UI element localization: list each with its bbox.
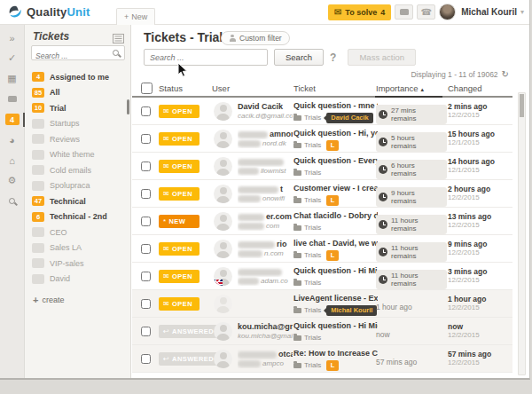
ticket-subject[interactable]: Re: How to Increase Chat	[293, 349, 378, 359]
sidebar-item[interactable]: Reviews	[25, 131, 130, 147]
ticket-meta: Trials	[293, 332, 378, 343]
scrollbar-thumb[interactable]	[520, 94, 524, 117]
sidebar-search-input[interactable]	[32, 50, 105, 63]
row-checkbox[interactable]	[141, 189, 151, 199]
user-name[interactable]: Michal Kouril	[461, 7, 517, 17]
row-checkbox[interactable]	[141, 244, 151, 254]
phone-button[interactable]: ☎	[417, 4, 435, 20]
ticket-subject[interactable]: LiveAgent license - Expire	[293, 294, 378, 304]
folder-label: Trials	[304, 141, 321, 149]
col-user[interactable]: User	[212, 83, 230, 93]
ticket-search-input[interactable]	[144, 49, 268, 66]
table-row[interactable]: ✉ OPEN rio n.com live chat - David, we w…	[132, 235, 512, 263]
row-checkbox[interactable]	[141, 272, 151, 281]
ticket-subject[interactable]: Quick question - mne to r	[293, 101, 378, 112]
user-info: t onowifi	[238, 185, 293, 203]
col-changed[interactable]: Changed	[448, 83, 482, 93]
chevron-down-icon[interactable]: ▾	[520, 8, 524, 16]
row-checkbox[interactable]	[141, 354, 151, 364]
ticket-subject[interactable]: Quick question - Hi, yes y	[293, 129, 378, 139]
importance-badge: 11 hours remains	[376, 270, 447, 289]
table-row[interactable]: ↩ ANSWERED otcan ampco Re: How to Increa…	[132, 345, 512, 373]
rail-chat-button[interactable]	[0, 89, 24, 109]
ticket-subject[interactable]: Quick question - Hi Micha	[293, 321, 378, 332]
folder-label: Trials	[304, 224, 321, 232]
sidebar-item[interactable]: CEO	[25, 225, 130, 240]
mouse-cursor	[177, 62, 188, 78]
ticket-meta: Trials David Cacik	[293, 112, 378, 123]
sidebar-item[interactable]: David	[25, 272, 130, 288]
new-tab-button[interactable]: + New	[116, 8, 155, 25]
sidebar-item[interactable]: 85 All	[25, 85, 130, 101]
sidebar-count-badge: 10	[32, 103, 44, 113]
sidebar-item[interactable]: 4 Assigned to me	[25, 69, 130, 85]
avatar	[214, 212, 232, 231]
refresh-icon[interactable]: ↻	[502, 69, 509, 79]
user-avatar[interactable]	[439, 4, 456, 20]
sidebar-item[interactable]: 6 Technical - 2nd	[25, 209, 130, 225]
rail-settings-button[interactable]: ⚙	[0, 170, 24, 191]
row-checkbox[interactable]	[141, 162, 151, 171]
help-icon[interactable]: ?	[330, 51, 336, 64]
clock-icon	[379, 110, 387, 119]
table-row[interactable]: ✉ OPEN David Cacik cacik.d@gmail.com Qui…	[132, 98, 512, 125]
rail-expand-button[interactable]: »	[0, 28, 24, 48]
changed-date: 12/2/2015	[448, 193, 490, 201]
rail-reports-button[interactable]: ◕	[0, 130, 24, 150]
sidebar-item[interactable]: Startups	[25, 116, 130, 132]
custom-filter-button[interactable]: Custom filter	[221, 31, 290, 45]
table-row[interactable]: ✉ OPEN adam.co Quick question - Hi Micha…	[132, 263, 512, 290]
importance-cell: 1 hour ago	[376, 297, 447, 313]
ticket-subject[interactable]: Customer view - I created	[293, 184, 378, 194]
col-status[interactable]: Status	[159, 83, 183, 93]
sidebar-scrollbar[interactable]	[127, 99, 129, 114]
table-row[interactable]: ✉ OPEN LiveAgent license - Expire Trials…	[132, 290, 512, 318]
search-icon[interactable]	[113, 50, 119, 56]
ticket-subject[interactable]: Chat tlacidlo - Dobry den	[293, 211, 378, 222]
rail-dashboard-button[interactable]: ▦	[0, 68, 24, 89]
sidebar-item[interactable]: Sales LA	[25, 240, 130, 256]
ticket-subject[interactable]: Quick question - Everythi	[293, 156, 378, 167]
rail-tickets-button[interactable]: 4	[0, 109, 24, 130]
rail-tasks-button[interactable]: ✓	[0, 48, 24, 68]
sidebar-item[interactable]: 47 Technical	[25, 193, 130, 209]
row-checkbox[interactable]	[141, 106, 151, 116]
row-checkbox[interactable]	[141, 217, 151, 226]
table-row[interactable]: ✉ OPEN t onowifi Customer view - I creat…	[132, 180, 512, 208]
sidebar-item[interactable]: Cold emails	[25, 162, 130, 178]
table-scrollbar[interactable]	[518, 92, 526, 375]
col-ticket[interactable]: Ticket	[293, 83, 316, 93]
status-icon: ✉	[163, 190, 169, 198]
person-icon	[229, 35, 236, 42]
to-solve-button[interactable]: ✉ To solve 4	[328, 4, 391, 20]
sidebar-item[interactable]: 10 Trial	[25, 100, 130, 116]
sidebar-item[interactable]: VIP-sales	[25, 256, 130, 272]
row-checkbox[interactable]	[141, 299, 151, 309]
row-checkbox[interactable]	[141, 134, 151, 144]
changed-relative: 15 hours ago	[448, 130, 495, 138]
mass-action-button[interactable]: Mass action	[348, 49, 416, 66]
status-icon: ↩	[163, 327, 169, 335]
row-checkbox[interactable]	[141, 327, 151, 336]
changed-cell: 13 mins ago 12/2/2015	[448, 212, 491, 229]
brand-name: QualityUnit	[27, 5, 90, 19]
col-importance[interactable]: Importance▴	[376, 83, 424, 93]
status-icon: ✉	[163, 162, 169, 170]
rail-customers-button[interactable]: ⌂	[0, 150, 24, 170]
check-icon: ✓	[8, 52, 16, 64]
search-button[interactable]: Search	[274, 49, 324, 66]
table-row[interactable]: ✉ OPEN amnor nord.dk Quick question - Hi…	[132, 125, 512, 153]
changed-relative: 13 mins ago	[448, 212, 491, 221]
rail-search-button[interactable]	[0, 191, 24, 211]
custom-filter-label: Custom filter	[239, 34, 282, 43]
select-all-checkbox[interactable]	[141, 83, 153, 94]
ticket-subject[interactable]: live chat - David, we will t	[293, 239, 378, 249]
sidebar-item[interactable]: Spolupraca	[25, 178, 130, 194]
ticket-subject[interactable]: Quick question - Hi Micha	[293, 266, 378, 277]
create-filter-button[interactable]: + create	[33, 295, 64, 305]
table-row[interactable]: ↩ ANSWERED kou.micha@gmail kou.micha@gma…	[132, 318, 512, 345]
table-row[interactable]: * NEW er.com com Chat tlacidlo - Dobry d…	[132, 208, 512, 235]
chat-button[interactable]	[395, 4, 413, 20]
sidebar-item[interactable]: White theme	[25, 147, 130, 163]
table-row[interactable]: ✉ OPEN llowmist Quick question - Everyth…	[132, 153, 512, 180]
